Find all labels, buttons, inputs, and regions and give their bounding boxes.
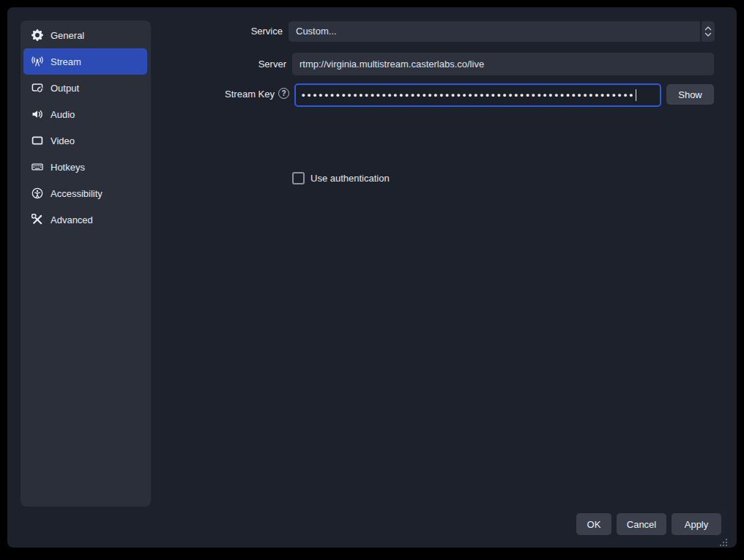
use-authentication-checkbox[interactable] bbox=[292, 172, 305, 184]
screen: { "window": { "title": "OBS Settings - S… bbox=[0, 0, 744, 560]
server-label: Server bbox=[154, 53, 286, 75]
show-key-button[interactable]: Show bbox=[666, 84, 714, 105]
tools-icon bbox=[31, 214, 44, 225]
sidebar-item-audio[interactable]: Audio bbox=[23, 101, 147, 127]
sidebar-item-label: General bbox=[51, 30, 84, 41]
sidebar-item-label: Accessibility bbox=[51, 188, 103, 199]
sidebar-item-label: Output bbox=[51, 83, 79, 94]
chevron-down-icon bbox=[704, 32, 712, 37]
chevron-up-icon bbox=[704, 26, 712, 31]
service-dropdown[interactable]: Custom... bbox=[289, 21, 715, 42]
broadcast-icon bbox=[31, 56, 44, 67]
sidebar-item-label: Advanced bbox=[51, 214, 93, 225]
sidebar-item-advanced[interactable]: Advanced bbox=[23, 206, 147, 233]
sidebar-item-video[interactable]: Video bbox=[23, 127, 147, 154]
resize-grip[interactable] bbox=[717, 536, 729, 548]
sidebar-item-hotkeys[interactable]: Hotkeys bbox=[23, 154, 147, 180]
settings-sidebar: General Stream bbox=[21, 20, 151, 507]
service-label: Service bbox=[154, 21, 283, 42]
service-selected-value: Custom... bbox=[289, 21, 700, 42]
sidebar-item-general[interactable]: General bbox=[23, 22, 147, 48]
sidebar-item-label: Stream bbox=[51, 56, 81, 67]
sidebar-item-label: Hotkeys bbox=[51, 162, 85, 173]
accessibility-icon bbox=[31, 187, 44, 199]
stream-key-input[interactable]: ••••••••••••••••••••••••••••••••••••••••… bbox=[294, 83, 661, 107]
stream-key-masked-value: ••••••••••••••••••••••••••••••••••••••••… bbox=[302, 85, 635, 105]
service-dropdown-spinner[interactable] bbox=[702, 21, 715, 42]
server-input[interactable]: rtmp://virginia.multistream.casterlabs.c… bbox=[292, 53, 714, 75]
sidebar-item-label: Video bbox=[51, 135, 75, 146]
monitor-icon bbox=[31, 135, 44, 146]
server-value: rtmp://virginia.multistream.casterlabs.c… bbox=[300, 59, 484, 70]
sidebar-item-accessibility[interactable]: Accessibility bbox=[23, 180, 147, 206]
output-icon bbox=[31, 82, 44, 94]
keyboard-icon bbox=[31, 161, 44, 173]
sidebar-item-stream[interactable]: Stream bbox=[23, 48, 147, 75]
text-cursor bbox=[636, 89, 636, 101]
cancel-button[interactable]: Cancel bbox=[617, 513, 666, 535]
sidebar-item-label: Audio bbox=[51, 109, 75, 120]
speaker-icon bbox=[31, 108, 44, 120]
ok-button[interactable]: OK bbox=[576, 513, 611, 535]
help-icon[interactable]: ? bbox=[278, 88, 289, 99]
sidebar-item-output[interactable]: Output bbox=[23, 75, 147, 101]
stream-key-label: Stream Key bbox=[154, 83, 275, 105]
gear-icon bbox=[31, 29, 44, 41]
apply-button[interactable]: Apply bbox=[672, 513, 721, 535]
use-authentication-row: Use authentication bbox=[292, 172, 390, 184]
settings-dialog: General Stream bbox=[7, 7, 737, 548]
use-authentication-label: Use authentication bbox=[310, 173, 390, 184]
